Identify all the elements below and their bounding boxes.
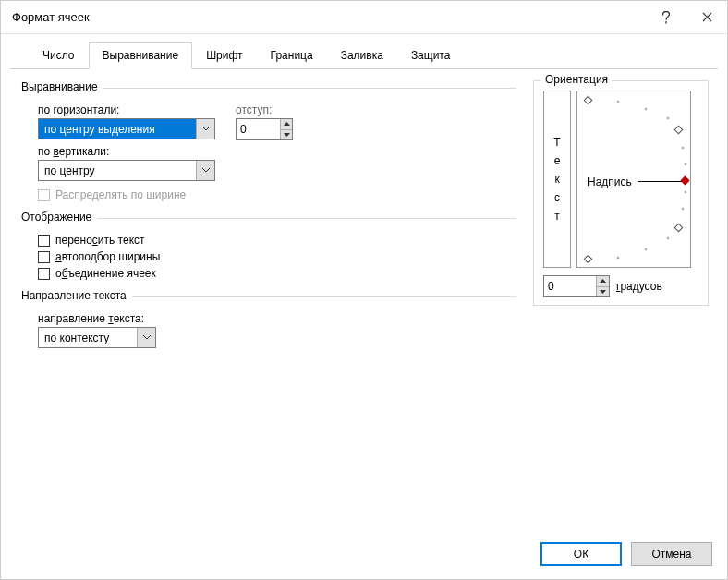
titlebar: Формат ячеек — [1, 1, 727, 34]
tab-border[interactable]: Граница — [257, 42, 327, 69]
diamond-icon — [584, 96, 593, 105]
combo-vertical-value: по центру — [39, 161, 196, 180]
combo-text-direction[interactable]: по контексту — [38, 327, 156, 348]
spinner-indent[interactable] — [236, 118, 293, 140]
orientation-vertical-text-button[interactable]: Т е к с т — [543, 91, 571, 268]
label-text-direction: направление текста: — [38, 312, 516, 325]
dot-icon — [685, 163, 687, 166]
combo-vertical[interactable]: по центру — [38, 160, 215, 181]
tab-alignment[interactable]: Выравнивание — [89, 42, 193, 69]
spinner-degrees[interactable] — [543, 275, 610, 297]
tab-fill[interactable]: Заливка — [327, 42, 397, 69]
checkbox-merge-label: объединение ячеек — [55, 267, 156, 280]
combo-horizontal[interactable]: по центру выделения — [38, 118, 215, 139]
checkbox-wrap-text[interactable]: переносить текст — [38, 234, 516, 247]
group-display: Отображение переносить текст автоподбор … — [21, 218, 516, 289]
label-vertical: по вертикали: — [38, 145, 215, 158]
orientation-line — [638, 181, 683, 182]
chevron-down-icon — [202, 168, 210, 173]
dot-icon — [645, 248, 648, 251]
orientation-pointer-icon[interactable] — [681, 176, 690, 186]
combo-text-direction-button[interactable] — [137, 328, 155, 347]
checkbox-distribute-box — [38, 189, 50, 201]
checkbox-merge[interactable]: объединение ячеек — [38, 267, 516, 280]
dialog-footer: ОК Отмена — [1, 533, 727, 579]
orientation-wheel[interactable]: Надпись — [576, 91, 691, 268]
checkbox-shrink-label: автоподбор ширины — [55, 250, 160, 263]
triangle-down-icon — [600, 290, 606, 294]
tab-protection[interactable]: Защита — [397, 42, 465, 69]
checkbox-merge-box[interactable] — [38, 268, 50, 280]
triangle-up-icon — [600, 279, 606, 283]
cancel-button[interactable]: Отмена — [631, 542, 712, 566]
triangle-down-icon — [284, 133, 290, 137]
combo-horizontal-button[interactable] — [196, 119, 214, 139]
ok-button[interactable]: ОК — [540, 542, 622, 566]
combo-vertical-button[interactable] — [196, 161, 214, 180]
diamond-icon — [584, 255, 593, 264]
dot-icon — [682, 147, 685, 150]
group-text-direction-legend: Направление текста — [21, 289, 132, 302]
tab-font[interactable]: Шрифт — [192, 42, 256, 69]
group-text-direction: Направление текста направление текста: п… — [21, 296, 516, 354]
format-cells-dialog: Формат ячеек Число Выравнивание Шрифт Гр… — [0, 0, 728, 580]
spinner-indent-up[interactable] — [281, 119, 292, 129]
spinner-degrees-down[interactable] — [597, 286, 609, 297]
group-alignment-legend: Выравнивание — [21, 80, 103, 93]
dot-icon — [685, 191, 687, 194]
orientation-horizontal-label: Надпись — [588, 175, 632, 188]
chevron-down-icon — [143, 335, 151, 340]
group-orientation-legend: Ориентация — [541, 73, 612, 86]
spinner-degrees-up[interactable] — [597, 276, 609, 286]
checkbox-shrink-box[interactable] — [38, 251, 50, 263]
checkbox-wrap-text-label: переносить текст — [55, 234, 145, 247]
dot-icon — [645, 108, 648, 111]
checkbox-wrap-text-box[interactable] — [38, 235, 50, 247]
label-indent: отступ: — [236, 103, 293, 116]
combo-horizontal-value: по центру выделения — [39, 119, 196, 139]
spinner-indent-down[interactable] — [281, 129, 292, 140]
close-button[interactable] — [686, 1, 727, 34]
dot-icon — [617, 257, 620, 260]
spinner-degrees-input[interactable] — [544, 276, 596, 296]
tab-number[interactable]: Число — [29, 42, 89, 69]
close-icon — [702, 12, 712, 22]
dot-icon — [617, 101, 620, 103]
diamond-icon — [674, 224, 684, 233]
dot-icon — [667, 117, 670, 120]
tabstrip: Число Выравнивание Шрифт Граница Заливка… — [10, 34, 718, 69]
help-icon — [661, 11, 671, 24]
triangle-up-icon — [284, 122, 290, 126]
group-alignment: Выравнивание по горизонтали: по центру в… — [21, 88, 516, 211]
dot-icon — [682, 208, 685, 211]
checkbox-distribute-label: Распределять по ширине — [55, 188, 186, 201]
checkbox-shrink[interactable]: автоподбор ширины — [38, 250, 516, 263]
dot-icon — [667, 237, 670, 240]
diamond-icon — [674, 126, 684, 135]
group-orientation: Ориентация Т е к с т — [533, 80, 709, 306]
label-horizontal: по горизонтали: — [38, 103, 215, 116]
checkbox-distribute: Распределять по ширине — [38, 188, 516, 201]
group-display-legend: Отображение — [21, 211, 97, 224]
chevron-down-icon — [202, 127, 210, 131]
dialog-title: Формат ячеек — [12, 10, 646, 24]
help-button[interactable] — [646, 1, 686, 34]
label-degrees: градусов — [616, 280, 662, 293]
spinner-indent-input[interactable] — [237, 119, 280, 139]
combo-text-direction-value: по контексту — [39, 328, 137, 347]
